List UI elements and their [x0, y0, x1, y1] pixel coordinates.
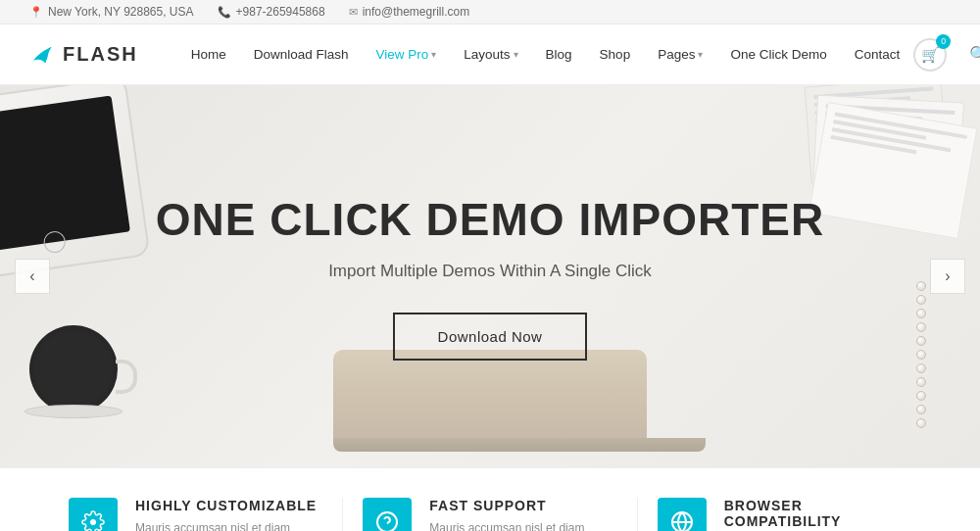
hero-content: ONE CLICK DEMO IMPORTER Import Multiple … — [156, 193, 824, 361]
browser-icon — [658, 498, 707, 531]
nav-shop[interactable]: Shop — [586, 24, 645, 85]
nav-one-click-demo[interactable]: One Click Demo — [716, 24, 840, 85]
feature-browser-title: BROWSER COMPATIBILITY — [724, 498, 911, 529]
slider-next-button[interactable]: › — [930, 259, 965, 294]
feature-browser-text: BROWSER COMPATIBILITY Mauris accumsan ni… — [724, 498, 911, 531]
cart-icon: 🛒 — [921, 46, 940, 64]
tablet-screen — [0, 95, 129, 252]
logo-bird-icon — [29, 41, 57, 69]
pearl — [916, 281, 926, 291]
chevron-down-icon: ▾ — [514, 49, 518, 60]
chevron-left-icon: ‹ — [29, 267, 34, 285]
nav-download-flash[interactable]: Download Flash — [240, 24, 363, 85]
feature-browser: BROWSER COMPATIBILITY Mauris accumsan ni… — [638, 498, 931, 531]
deco-coffee — [24, 311, 142, 438]
nav-pages[interactable]: Pages ▾ — [644, 24, 716, 85]
pearl — [916, 309, 926, 318]
feature-customizable-title: HIGHLY CUSTOMIZABLE — [135, 498, 322, 513]
deco-laptop — [333, 350, 647, 467]
customizable-icon — [69, 498, 118, 531]
chevron-right-icon: › — [945, 267, 950, 285]
chevron-down-icon: ▾ — [431, 49, 436, 60]
pearl — [916, 322, 926, 332]
feature-customizable: HIGHLY CUSTOMIZABLE Mauris accumsan nisl… — [49, 498, 343, 531]
header-actions: 🛒 0 🔍 — [913, 38, 980, 72]
nav-layouts[interactable]: Layouts ▾ — [450, 24, 531, 85]
slider-prev-button[interactable]: ‹ — [15, 259, 50, 294]
feature-support-desc: Mauris accumsan nisl et diam lacinia, vi… — [429, 519, 616, 531]
nav-view-pro[interactable]: View Pro ▾ — [363, 24, 451, 85]
header: FLASH Home Download Flash View Pro ▾ Lay… — [0, 24, 980, 85]
location-icon: 📍 — [29, 6, 43, 19]
feature-customizable-text: HIGHLY CUSTOMIZABLE Mauris accumsan nisl… — [135, 498, 322, 531]
feature-support-title: FAST SUPPORT — [429, 498, 616, 513]
pearl — [916, 336, 926, 346]
pearl — [916, 350, 926, 360]
svg-point-0 — [90, 519, 96, 525]
pearl-string — [916, 281, 926, 428]
svg-point-1 — [377, 512, 397, 531]
hero-section: ‹ › ONE CLICK DEMO IMPORTER Import Multi… — [0, 85, 980, 467]
hero-title: ONE CLICK DEMO IMPORTER — [156, 193, 824, 246]
features-bar: HIGHLY CUSTOMIZABLE Mauris accumsan nisl… — [0, 467, 980, 531]
tablet-shape — [0, 85, 151, 281]
cart-badge: 0 — [936, 34, 951, 49]
logo[interactable]: FLASH — [29, 41, 138, 69]
search-button[interactable]: 🔍 — [962, 38, 980, 72]
support-icon — [363, 498, 412, 531]
pearl — [916, 391, 926, 401]
phone-icon: 📞 — [218, 6, 231, 19]
download-now-button[interactable]: Download Now — [393, 313, 588, 361]
nav-contact[interactable]: Contact — [841, 24, 914, 85]
topbar-phone-text: +987-265945868 — [236, 5, 325, 19]
hero-subtitle: Import Multiple Demos Within A Single Cl… — [156, 262, 824, 281]
feature-support-text: FAST SUPPORT Mauris accumsan nisl et dia… — [429, 498, 616, 531]
pearl — [916, 377, 926, 387]
search-icon: 🔍 — [969, 45, 980, 64]
pearl — [916, 295, 926, 305]
pearl — [916, 418, 926, 428]
feature-customizable-desc: Mauris accumsan nisl et diam lacinia, vi… — [135, 519, 322, 531]
topbar: 📍 New York, NY 928865, USA 📞 +987-265945… — [0, 0, 980, 24]
topbar-email: ✉ info@themegrill.com — [349, 5, 470, 19]
topbar-phone: 📞 +987-265945868 — [218, 5, 325, 19]
cart-button[interactable]: 🛒 0 — [913, 38, 947, 72]
topbar-location: 📍 New York, NY 928865, USA — [29, 5, 194, 19]
feature-support: FAST SUPPORT Mauris accumsan nisl et dia… — [343, 498, 637, 531]
deco-pearls — [916, 281, 926, 428]
chevron-down-icon: ▾ — [698, 49, 703, 60]
pearl — [916, 405, 926, 414]
main-nav: Home Download Flash View Pro ▾ Layouts ▾… — [177, 24, 914, 85]
nav-blog[interactable]: Blog — [532, 24, 586, 85]
logo-text: FLASH — [63, 43, 138, 66]
nav-home[interactable]: Home — [177, 24, 240, 85]
pearl — [916, 363, 926, 373]
topbar-location-text: New York, NY 928865, USA — [48, 5, 194, 19]
email-icon: ✉ — [349, 6, 358, 19]
topbar-email-text: info@themegrill.com — [363, 5, 470, 19]
